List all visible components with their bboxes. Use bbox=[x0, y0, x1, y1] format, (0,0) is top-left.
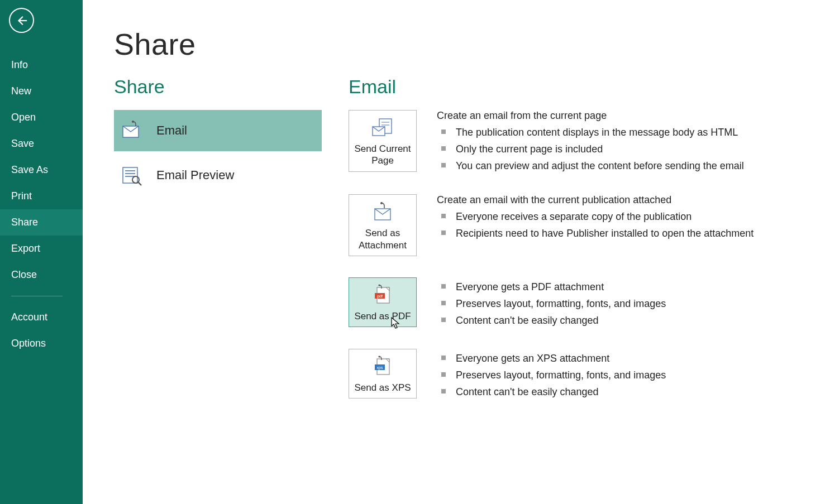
list-item: Everyone gets a PDF attachment bbox=[441, 280, 666, 294]
email-icon bbox=[120, 118, 144, 143]
send-as-pdf-desc: Everyone gets a PDF attachment Preserves… bbox=[437, 277, 666, 328]
list-item: Content can't be easily changed bbox=[441, 313, 666, 328]
email-item-send-attachment: Send as Attachment Create an email with … bbox=[349, 194, 803, 256]
arrow-left-icon bbox=[16, 15, 28, 27]
sidebar-item-save-as[interactable]: Save As bbox=[0, 157, 83, 183]
backstage-sidebar: Info New Open Save Save As Print Share E… bbox=[0, 0, 83, 504]
pdf-icon: pdf bbox=[351, 284, 414, 307]
share-option-email-preview-label: Email Preview bbox=[156, 168, 234, 183]
list-item: Only the current page is included bbox=[441, 142, 744, 156]
svg-point-2 bbox=[132, 121, 134, 123]
send-as-attachment-label: Send as Attachment bbox=[351, 227, 414, 251]
sidebar-item-open[interactable]: Open bbox=[0, 104, 83, 131]
svg-rect-3 bbox=[123, 167, 137, 183]
send-current-page-desc: Create an email from the current page Th… bbox=[437, 110, 744, 173]
svg-point-19 bbox=[378, 284, 380, 286]
send-as-xps-button[interactable]: xps Send as XPS bbox=[349, 349, 417, 399]
list-item: Content can't be easily changed bbox=[441, 385, 666, 399]
email-item-send-current-page: Send Current Page Create an email from t… bbox=[349, 110, 803, 173]
share-option-email-preview[interactable]: Email Preview bbox=[114, 155, 322, 196]
email-heading: Email bbox=[349, 76, 803, 98]
sidebar-item-new[interactable]: New bbox=[0, 78, 83, 104]
sidebar-item-share[interactable]: Share bbox=[0, 209, 83, 236]
list-item: Recipients need to have Publisher instal… bbox=[441, 226, 754, 241]
share-panel: Share Email bbox=[114, 76, 322, 420]
sidebar-nav: Info New Open Save Save As Print Share E… bbox=[0, 52, 83, 357]
svg-point-24 bbox=[378, 356, 380, 357]
send-page-icon bbox=[351, 116, 414, 140]
sidebar-item-save[interactable]: Save bbox=[0, 131, 83, 157]
send-as-xps-label: Send as XPS bbox=[351, 382, 414, 393]
send-as-pdf-label: Send as PDF bbox=[351, 310, 414, 322]
list-item: Preserves layout, formatting, fonts, and… bbox=[441, 368, 666, 382]
send-as-attachment-desc: Create an email with the current publica… bbox=[437, 194, 754, 241]
svg-text:xps: xps bbox=[377, 366, 383, 370]
sidebar-separator bbox=[11, 296, 63, 296]
svg-point-14 bbox=[380, 202, 383, 204]
list-item: You can preview and adjust the content b… bbox=[441, 159, 744, 173]
sidebar-item-account[interactable]: Account bbox=[0, 304, 83, 330]
email-item-send-xps: xps Send as XPS Everyone gets an XPS att… bbox=[349, 349, 803, 399]
svg-line-8 bbox=[138, 182, 141, 185]
email-preview-icon bbox=[120, 163, 144, 188]
send-as-xps-desc: Everyone gets an XPS attachment Preserve… bbox=[437, 349, 666, 399]
sidebar-item-options[interactable]: Options bbox=[0, 330, 83, 357]
send-as-attachment-button[interactable]: Send as Attachment bbox=[349, 194, 417, 256]
send-current-page-button[interactable]: Send Current Page bbox=[349, 110, 417, 172]
svg-text:pdf: pdf bbox=[377, 294, 383, 299]
share-option-email[interactable]: Email bbox=[114, 110, 322, 151]
share-option-email-label: Email bbox=[156, 123, 187, 138]
list-item: The publication content displays in the … bbox=[441, 125, 744, 140]
email-panel: Email Send Current Page bbox=[349, 76, 825, 420]
send-current-page-label: Send Current Page bbox=[351, 143, 414, 167]
xps-icon: xps bbox=[351, 355, 414, 378]
back-button[interactable] bbox=[9, 8, 34, 33]
main-content: Share Share Email bbox=[83, 0, 825, 504]
sidebar-item-info[interactable]: Info bbox=[0, 52, 83, 78]
page-title: Share bbox=[114, 27, 825, 61]
list-item: Everyone receives a separate copy of the… bbox=[441, 209, 754, 224]
list-item: Everyone gets an XPS attachment bbox=[441, 351, 666, 366]
sidebar-item-close[interactable]: Close bbox=[0, 262, 83, 288]
send-as-pdf-button[interactable]: pdf Send as PDF bbox=[349, 277, 417, 327]
email-item-send-pdf: pdf Send as PDF Everyone gets a PDF atta… bbox=[349, 277, 803, 328]
sidebar-item-export[interactable]: Export bbox=[0, 236, 83, 262]
attachment-icon bbox=[351, 200, 414, 224]
share-heading: Share bbox=[114, 76, 322, 98]
sidebar-item-print[interactable]: Print bbox=[0, 183, 83, 209]
send-current-page-lead: Create an email from the current page bbox=[437, 110, 744, 122]
list-item: Preserves layout, formatting, fonts, and… bbox=[441, 296, 666, 311]
send-as-attachment-lead: Create an email with the current publica… bbox=[437, 194, 754, 206]
